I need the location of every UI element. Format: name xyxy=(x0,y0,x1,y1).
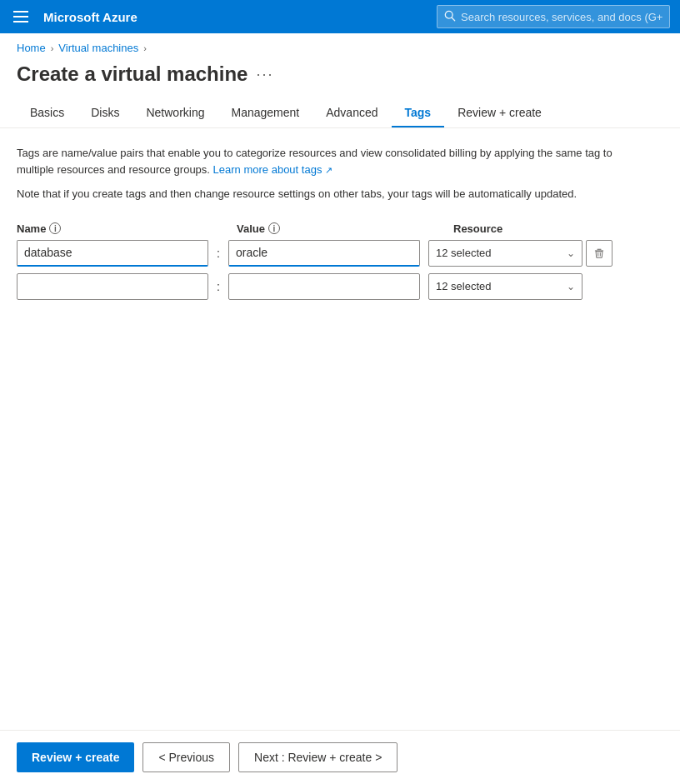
tag-value-input-1[interactable] xyxy=(228,240,420,267)
breadcrumb-separator-2: › xyxy=(143,43,147,53)
tag-resource-dropdown-2[interactable]: 12 selected ⌄ xyxy=(428,273,582,300)
search-input[interactable] xyxy=(461,11,662,23)
chevron-down-icon: ⌄ xyxy=(567,247,575,259)
previous-button[interactable]: < Previous xyxy=(142,742,230,772)
name-column-header: Name xyxy=(17,222,46,235)
tag-resource-dropdown-1[interactable]: 12 selected ⌄ xyxy=(428,240,582,267)
review-create-button[interactable]: Review + create xyxy=(17,742,134,772)
external-link-icon: ↗ xyxy=(325,165,332,175)
tag-name-input-1[interactable] xyxy=(17,240,208,267)
footer: Review + create < Previous Next : Review… xyxy=(0,730,680,784)
tags-table-header: Name i Value i Resource xyxy=(17,222,663,235)
tab-basics[interactable]: Basics xyxy=(17,99,78,127)
table-row: : 12 selected ⌄ xyxy=(17,240,663,267)
tab-disks[interactable]: Disks xyxy=(78,99,132,127)
tab-networking[interactable]: Networking xyxy=(132,99,218,127)
app-title: Microsoft Azure xyxy=(43,10,138,24)
tag-resource-value-2: 12 selected xyxy=(436,280,492,292)
tag-delete-button-1[interactable] xyxy=(586,240,612,267)
chevron-down-icon-2: ⌄ xyxy=(567,281,575,292)
breadcrumb-home-link[interactable]: Home xyxy=(17,42,46,54)
tag-separator-1: : xyxy=(208,247,228,260)
topbar: Microsoft Azure xyxy=(0,0,680,33)
page-title-more-options[interactable]: ··· xyxy=(256,66,273,83)
tab-review-create[interactable]: Review + create xyxy=(444,99,555,127)
next-review-create-button[interactable]: Next : Review + create > xyxy=(238,742,398,772)
learn-more-link[interactable]: Learn more about tags ↗ xyxy=(213,163,332,176)
hamburger-menu-button[interactable] xyxy=(10,7,32,26)
search-icon xyxy=(444,10,456,24)
tab-tags[interactable]: Tags xyxy=(392,99,445,127)
tab-management[interactable]: Management xyxy=(218,99,313,127)
tab-navigation: Basics Disks Networking Management Advan… xyxy=(0,99,680,128)
tag-value-input-2[interactable] xyxy=(228,273,420,300)
svg-rect-3 xyxy=(597,248,601,249)
breadcrumb-separator-1: › xyxy=(51,43,54,53)
value-column-header: Value xyxy=(237,222,265,235)
tag-separator-2: : xyxy=(208,280,228,293)
name-info-icon[interactable]: i xyxy=(49,222,61,234)
tag-resource-value-1: 12 selected xyxy=(436,247,492,259)
tags-description: Tags are name/value pairs that enable yo… xyxy=(17,145,617,177)
value-info-icon[interactable]: i xyxy=(268,222,280,234)
page-title: Create a virtual machine xyxy=(17,62,248,86)
svg-line-1 xyxy=(452,17,455,21)
breadcrumb-vms-link[interactable]: Virtual machines xyxy=(58,42,138,54)
tags-note: Note that if you create tags and then ch… xyxy=(17,186,617,202)
main-content: Tags are name/value pairs that enable yo… xyxy=(0,128,680,726)
global-search-box[interactable] xyxy=(437,5,670,28)
table-row: : 12 selected ⌄ xyxy=(17,273,663,300)
tag-name-input-2[interactable] xyxy=(17,273,208,300)
resource-column-header: Resource xyxy=(453,222,502,235)
trash-icon xyxy=(593,247,605,259)
tab-advanced[interactable]: Advanced xyxy=(312,99,391,127)
page-title-area: Create a virtual machine ··· xyxy=(0,59,680,99)
breadcrumb: Home › Virtual machines › xyxy=(0,33,680,59)
